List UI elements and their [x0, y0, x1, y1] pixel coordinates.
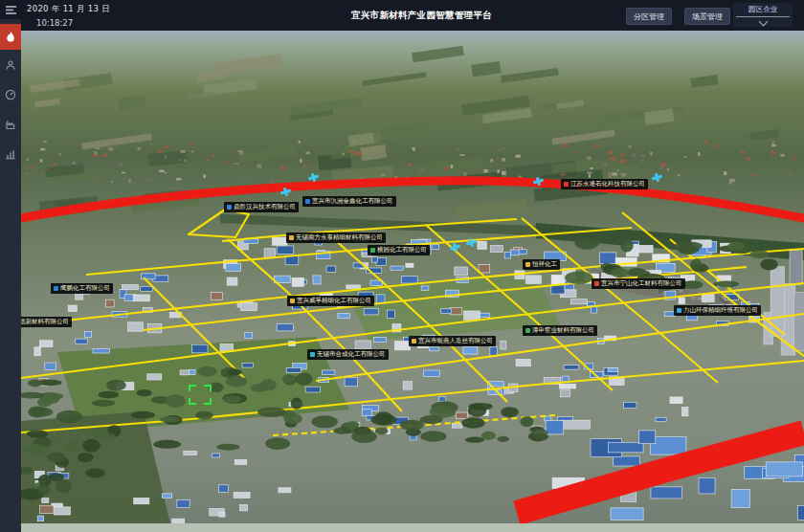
company-label[interactable]: 宜兴威孚精细化工有限公司: [287, 296, 374, 306]
dropdown-label: 园区企业: [748, 5, 777, 14]
company-label-text: 恒祥化工: [532, 261, 557, 268]
company-label-text: 横园化工有限公司: [377, 247, 427, 254]
company-label[interactable]: 力山环保精细纤维有限公司: [674, 305, 761, 316]
company-marker-icon: [525, 262, 530, 267]
company-marker-icon: [594, 281, 599, 286]
sidebar-item-statistics[interactable]: [0, 144, 21, 165]
company-marker-icon: [525, 328, 530, 333]
sidebar-item-monitor[interactable]: [0, 84, 21, 105]
top-header: 2020 年 11 月 13 日 10:18:27 宜兴市新材料产业园智慧管理平…: [0, 0, 804, 31]
company-label[interactable]: 宜兴市宁山化工材料有限公司: [592, 278, 685, 289]
company-label[interactable]: 恒祥化工: [523, 259, 560, 270]
meter-icon: [5, 89, 16, 100]
sidebar: [0, 0, 21, 532]
company-label-text: 宜兴威孚精细化工有限公司: [297, 298, 371, 304]
company-label-text: 鼎胜汉兴技术有限公司: [234, 204, 296, 211]
company-label[interactable]: 无锡市合成化工有限公司: [307, 349, 389, 360]
company-marker-icon: [290, 299, 295, 303]
company-label[interactable]: 江苏永通石化科技有限公司: [561, 179, 648, 189]
company-marker-icon: [677, 308, 681, 313]
company-label-text: 无锡南方永泰精细材料有限公司: [296, 234, 383, 241]
company-label-text: 力山环保精细纤维有限公司: [683, 307, 758, 314]
company-label-text: 潭申窑业材料有限公司: [532, 327, 594, 334]
company-label[interactable]: 无锡南方永泰精细材料有限公司: [286, 233, 386, 243]
company-marker-icon: [370, 248, 375, 253]
company-marker-icon: [305, 199, 310, 204]
company-label[interactable]: 潭申窑业材料有限公司: [523, 325, 597, 336]
bar-chart-icon: [5, 148, 16, 160]
factory-icon: [5, 119, 16, 130]
company-marker-icon: [54, 286, 58, 291]
current-date: 2020 年 11 月 13 日: [27, 4, 110, 15]
app-window: 鼎胜汉兴技术有限公司宜兴市氿洲金鑫化工有限公司无锡南方永泰精细材料有限公司横园化…: [0, 0, 804, 532]
sidebar-item-factory[interactable]: [0, 114, 21, 135]
company-label-text: 江苏永通石化科技有限公司: [570, 181, 645, 188]
scene-management-button[interactable]: 场景管理: [684, 8, 730, 25]
company-label-text: 无锡市合成化工有限公司: [317, 351, 386, 358]
company-marker-icon: [412, 339, 416, 344]
datetime-block: 2020 年 11 月 13 日 10:18:27: [27, 4, 110, 28]
company-marker-icon: [227, 205, 232, 210]
zone-management-button[interactable]: 分区管理: [626, 8, 672, 25]
company-label[interactable]: 宜兴市银燕人造丝有限公司: [409, 336, 496, 346]
company-label[interactable]: 横园化工有限公司: [368, 245, 430, 255]
user-icon: [5, 59, 16, 71]
hamburger-icon: [5, 5, 17, 15]
company-label-text: 宜兴市氿洲金鑫化工有限公司: [312, 198, 393, 205]
park-enterprise-dropdown[interactable]: 园区企业: [733, 3, 793, 27]
company-label-text: 宜兴市银燕人造丝有限公司: [418, 338, 493, 344]
company-marker-icon: [289, 235, 294, 240]
company-label-text: 宜兴市宁山化工材料有限公司: [601, 280, 682, 287]
map-3d-viewport[interactable]: [0, 0, 804, 532]
sidebar-item-fire[interactable]: [0, 24, 21, 50]
company-label[interactable]: 鼎胜汉兴技术有限公司: [224, 202, 299, 212]
current-time: 10:18:27: [36, 18, 110, 28]
company-marker-icon: [310, 352, 315, 357]
menu-toggle-button[interactable]: [0, 0, 21, 19]
company-label[interactable]: 宜兴市氿洲金鑫化工有限公司: [302, 196, 396, 207]
company-marker-icon: [564, 182, 569, 187]
company-label-text: 鹰鹏化工有限公司: [60, 285, 110, 292]
page-title: 宜兴市新材料产业园智慧管理平台: [351, 10, 485, 22]
sidebar-item-personnel[interactable]: [0, 55, 21, 76]
flame-icon: [5, 31, 16, 43]
company-label[interactable]: 鹰鹏化工有限公司: [51, 283, 113, 294]
chevron-down-icon: [758, 17, 768, 27]
